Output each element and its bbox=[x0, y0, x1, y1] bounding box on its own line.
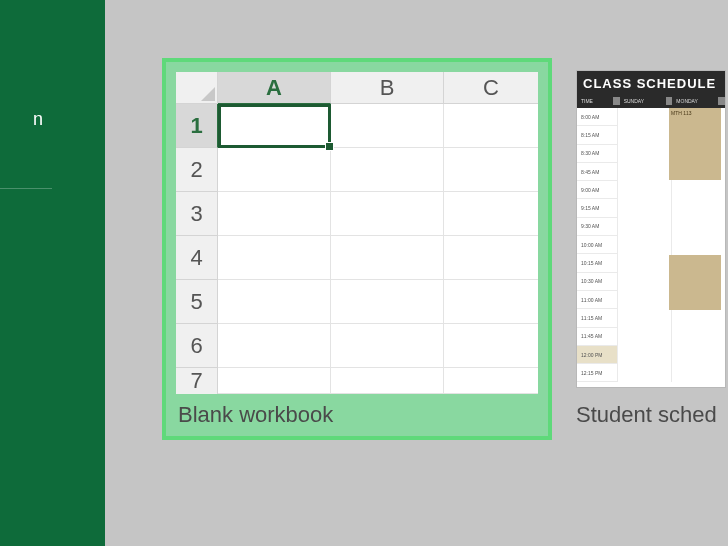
checkbox-icon bbox=[666, 97, 673, 105]
schedule-header-row: TIME SUNDAY MONDAY bbox=[577, 94, 725, 108]
time-slot: 8:15 AM bbox=[577, 126, 617, 144]
fill-handle-icon bbox=[325, 142, 334, 151]
row-header-4: 4 bbox=[176, 236, 218, 280]
sidebar-divider bbox=[0, 188, 52, 189]
time-slot: 8:00 AM bbox=[577, 108, 617, 126]
time-slot: 8:45 AM bbox=[577, 163, 617, 181]
schedule-col-sunday: SUNDAY bbox=[620, 98, 664, 104]
row-header-5: 5 bbox=[176, 280, 218, 324]
time-slot: 9:00 AM bbox=[577, 181, 617, 199]
schedule-time-column: 8:00 AM8:15 AM8:30 AM8:45 AM9:00 AM9:15 … bbox=[577, 108, 617, 382]
schedule-col-time: TIME bbox=[577, 98, 611, 104]
time-slot: 9:30 AM bbox=[577, 218, 617, 236]
row-header-7: 7 bbox=[176, 368, 218, 394]
time-slot: 11:15 AM bbox=[577, 309, 617, 327]
template-schedule-label: Student sched bbox=[576, 388, 728, 428]
sidebar-item-partial[interactable]: n bbox=[33, 109, 43, 130]
time-slot: 10:30 AM bbox=[577, 273, 617, 291]
row-header-1: 1 bbox=[176, 104, 218, 148]
select-all-triangle-icon bbox=[201, 87, 215, 101]
class-block-mth: MTH 113 bbox=[669, 108, 721, 180]
blank-workbook-preview: A B C 1 2 3 4 5 6 7 bbox=[176, 72, 538, 394]
template-student-schedule[interactable]: CLASS SCHEDULE TIME SUNDAY MONDAY 8:00 A… bbox=[576, 70, 728, 428]
template-blank-label: Blank workbook bbox=[176, 394, 538, 430]
schedule-day-columns: MTH 113 bbox=[617, 108, 725, 382]
column-headers: A B C bbox=[218, 72, 538, 104]
time-slot: 11:45 AM bbox=[577, 328, 617, 346]
schedule-body: 8:00 AM8:15 AM8:30 AM8:45 AM9:00 AM9:15 … bbox=[577, 108, 725, 382]
row-header-6: 6 bbox=[176, 324, 218, 368]
time-slot: 10:15 AM bbox=[577, 254, 617, 272]
column-header-c: C bbox=[444, 72, 538, 104]
svg-marker-0 bbox=[201, 87, 215, 101]
schedule-sunday-col bbox=[617, 108, 671, 382]
checkbox-icon bbox=[613, 97, 620, 105]
schedule-title: CLASS SCHEDULE bbox=[577, 71, 725, 94]
template-gallery: A B C 1 2 3 4 5 6 7 bbox=[105, 0, 728, 546]
class-block bbox=[669, 255, 721, 310]
student-schedule-preview: CLASS SCHEDULE TIME SUNDAY MONDAY 8:00 A… bbox=[576, 70, 726, 388]
row-header-2: 2 bbox=[176, 148, 218, 192]
time-slot: 11:00 AM bbox=[577, 291, 617, 309]
row-header-3: 3 bbox=[176, 192, 218, 236]
checkbox-icon bbox=[718, 97, 725, 105]
template-blank-workbook[interactable]: A B C 1 2 3 4 5 6 7 bbox=[162, 58, 552, 440]
select-all-corner bbox=[176, 72, 218, 104]
time-slot: 9:15 AM bbox=[577, 199, 617, 217]
schedule-col-monday: MONDAY bbox=[672, 98, 716, 104]
column-header-b: B bbox=[331, 72, 444, 104]
time-slot: 12:15 PM bbox=[577, 364, 617, 382]
cell-grid bbox=[218, 104, 538, 394]
row-headers: 1 2 3 4 5 6 7 bbox=[176, 104, 218, 394]
time-slot: 8:30 AM bbox=[577, 145, 617, 163]
sidebar: n bbox=[0, 0, 105, 546]
time-slot: 10:00 AM bbox=[577, 236, 617, 254]
column-header-a: A bbox=[218, 72, 331, 104]
time-slot: 12:00 PM bbox=[577, 346, 617, 364]
